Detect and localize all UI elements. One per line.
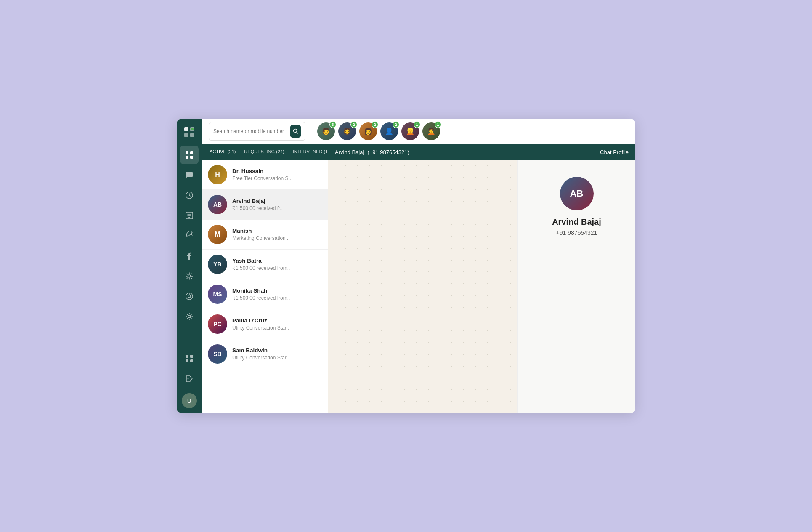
profile-phone: +91 987654321	[556, 229, 597, 236]
top-avatar-2[interactable]: 🧔 2	[338, 122, 356, 140]
chat-topbar: Arvind Bajaj (+91 987654321) Chat Profil…	[328, 144, 635, 160]
svg-point-4	[191, 128, 194, 130]
profile-name: Arvind Bajaj	[552, 217, 601, 227]
svg-rect-8	[190, 156, 193, 159]
svg-rect-3	[190, 133, 194, 137]
contact-info-monika: Monika Shah ₹1,500.00 received from..	[232, 287, 322, 301]
sidebar-item-labels[interactable]	[180, 370, 199, 388]
svg-point-18	[188, 315, 191, 318]
sidebar-item-facebook[interactable]	[180, 247, 199, 265]
sidebar-item-contacts[interactable]	[180, 206, 199, 225]
contact-preview-yash: ₹1,500.00 received from..	[232, 265, 322, 271]
contact-avatar-monika: MS	[208, 285, 227, 304]
sidebar-item-settings[interactable]	[180, 307, 199, 326]
top-avatar-4[interactable]: 👤 2	[380, 122, 398, 140]
svg-rect-20	[190, 355, 193, 358]
contact-name-arvind: Arvind Bajaj	[232, 198, 322, 204]
tabs-bar: ACTIVE (21) REQUESTING (24) INTERVENED (…	[202, 144, 328, 160]
contact-preview-monika: ₹1,500.00 received from..	[232, 295, 322, 301]
svg-line-25	[296, 132, 298, 134]
contact-avatar-yash: YB	[208, 255, 227, 274]
contact-info-sam: Sam Baldwin Utility Conversation Star..	[232, 347, 322, 361]
contact-preview-hussain: Free Tier Conversation S..	[232, 176, 322, 181]
contact-item-arvind[interactable]: AB Arvind Bajaj ₹1,500.00 received fr..	[202, 190, 328, 220]
contact-info-arvind: Arvind Bajaj ₹1,500.00 received fr..	[232, 198, 322, 211]
contact-info-hussain: Dr. Hussain Free Tier Conversation S..	[232, 168, 322, 181]
chat-topbar-name: Arvind Bajaj	[335, 149, 364, 155]
sidebar-item-chat[interactable]	[180, 166, 199, 184]
contact-name-hussain: Dr. Hussain	[232, 168, 322, 174]
contact-avatar-sam: SB	[208, 344, 227, 364]
contact-item-paula[interactable]: PC Paula D'Cruz Utility Conversation Sta…	[202, 309, 328, 339]
svg-point-14	[188, 275, 191, 277]
sidebar-item-automation[interactable]	[180, 226, 199, 245]
svg-rect-21	[186, 359, 188, 362]
contact-info-manish: Manish Marketing Conversation ..	[232, 228, 322, 241]
sidebar-item-history[interactable]	[180, 186, 199, 205]
contact-list: H Dr. Hussain Free Tier Conversation S..…	[202, 160, 328, 413]
avatar-badge-1: 3	[329, 121, 336, 128]
sidebar-item-integrations[interactable]	[180, 267, 199, 285]
top-avatar-5[interactable]: 👱 1	[401, 122, 419, 140]
avatar-badge-6: 1	[435, 121, 441, 128]
search-input[interactable]	[213, 128, 287, 134]
conv-panel: ACTIVE (21) REQUESTING (24) INTERVENED (…	[202, 144, 635, 413]
avatar-badge-5: 1	[414, 121, 420, 128]
contact-name-yash: Yash Batra	[232, 258, 322, 264]
topbar: 🧑 3 🧔 2 👩 2	[202, 119, 635, 144]
svg-rect-19	[186, 355, 188, 358]
svg-point-16	[188, 295, 191, 298]
contact-name-paula: Paula D'Cruz	[232, 317, 322, 324]
contact-info-yash: Yash Batra ₹1,500.00 received from..	[232, 258, 322, 271]
contact-item-yash[interactable]: YB Yash Batra ₹1,500.00 received from..	[202, 250, 328, 279]
sidebar: U	[177, 119, 202, 413]
avatar-badge-2: 2	[350, 121, 357, 128]
sidebar-item-reports[interactable]	[180, 287, 199, 306]
svg-point-23	[188, 378, 189, 380]
chat-topbar-left: Arvind Bajaj (+91 987654321)	[335, 149, 409, 155]
chat-profile-button[interactable]: Chat Profile	[600, 149, 629, 155]
svg-rect-2	[184, 133, 188, 137]
svg-rect-5	[186, 151, 188, 154]
tab-intervened[interactable]: INTERVENED (1)	[289, 146, 334, 157]
contact-list-wrap: ACTIVE (21) REQUESTING (24) INTERVENED (…	[202, 144, 328, 413]
sidebar-item-teams[interactable]	[180, 349, 199, 368]
tab-active[interactable]: ACTIVE (21)	[205, 146, 240, 157]
avatar-badge-3: 2	[372, 121, 378, 128]
sidebar-logo[interactable]	[181, 124, 198, 141]
top-avatar-1[interactable]: 🧑 3	[317, 122, 335, 140]
search-button[interactable]	[290, 125, 301, 138]
tab-requesting[interactable]: REQUESTING (24)	[240, 146, 288, 157]
avatar-badge-4: 2	[393, 121, 399, 128]
svg-point-13	[188, 217, 190, 218]
search-box	[209, 122, 305, 141]
contact-item-sam[interactable]: SB Sam Baldwin Utility Conversation Star…	[202, 339, 328, 369]
profile-panel: AB Arvind Bajaj +91 987654321	[517, 160, 635, 413]
svg-rect-0	[184, 127, 188, 131]
contact-avatar-arvind: AB	[208, 195, 227, 214]
contact-name-sam: Sam Baldwin	[232, 347, 322, 354]
top-avatar-3[interactable]: 👩 2	[359, 122, 377, 140]
contact-info-paula: Paula D'Cruz Utility Conversation Star..	[232, 317, 322, 331]
chat-area	[328, 160, 517, 413]
chat-topbar-phone: (+91 987654321)	[367, 149, 409, 155]
contact-item-hussain[interactable]: H Dr. Hussain Free Tier Conversation S..	[202, 160, 328, 190]
contact-item-monika[interactable]: MS Monika Shah ₹1,500.00 received from..	[202, 279, 328, 309]
contact-item-manish[interactable]: M Manish Marketing Conversation ..	[202, 220, 328, 250]
chat-body: AB Arvind Bajaj +91 987654321	[328, 160, 635, 413]
svg-rect-7	[186, 156, 188, 159]
svg-rect-6	[190, 151, 193, 154]
profile-avatar: AB	[560, 177, 594, 210]
chat-and-profile: Arvind Bajaj (+91 987654321) Chat Profil…	[328, 144, 635, 413]
contact-avatar-manish: M	[208, 225, 227, 244]
contact-preview-paula: Utility Conversation Star..	[232, 325, 322, 331]
contact-name-monika: Monika Shah	[232, 287, 322, 294]
contact-avatar-hussain: H	[208, 165, 227, 184]
sidebar-item-dashboard[interactable]	[180, 146, 199, 164]
svg-rect-22	[190, 359, 193, 362]
contact-preview-sam: Utility Conversation Star..	[232, 355, 322, 361]
top-avatar-6[interactable]: 🧑‍🦱 1	[422, 122, 440, 140]
contact-preview-manish: Marketing Conversation ..	[232, 235, 322, 241]
user-avatar[interactable]: U	[182, 393, 197, 408]
main-content: 🧑 3 🧔 2 👩 2	[202, 119, 635, 413]
